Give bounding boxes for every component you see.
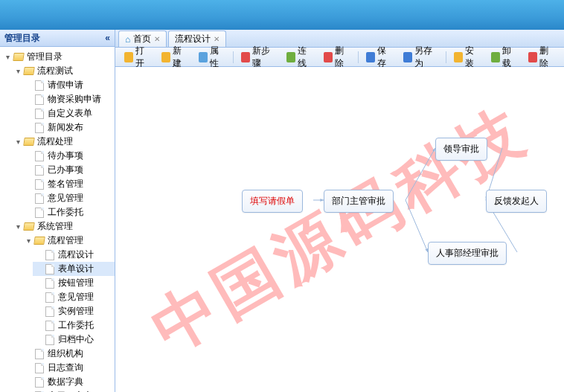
- flow-node[interactable]: 部门主管审批: [324, 190, 394, 213]
- tree-folder[interactable]: ▾系统管理: [12, 219, 115, 234]
- folder-open-icon: [13, 51, 25, 63]
- file-icon: [33, 179, 45, 190]
- watermark: 中国源码科技: [136, 87, 543, 372]
- file-icon: [44, 277, 56, 289]
- flow-canvas[interactable]: 中国源码科技 填写请假单部门主管审批领导审批人事部经理审批反馈发起人: [115, 67, 564, 392]
- collapse-toggle-icon[interactable]: ▾: [13, 67, 22, 75]
- tree-leaf[interactable]: 已办事项: [22, 163, 115, 177]
- tree-label: 工作委托: [58, 319, 94, 332]
- install-icon: [454, 52, 463, 62]
- tree-leaf[interactable]: 表单设计: [33, 262, 115, 276]
- tree-label: 流程处理: [37, 135, 73, 148]
- file-icon: [33, 164, 45, 176]
- tree-folder[interactable]: ▾流程测试: [12, 64, 115, 78]
- tree-label: 组织机构: [48, 347, 83, 360]
- collapse-toggle-icon[interactable]: ▾: [3, 53, 12, 61]
- tree-leaf[interactable]: 工作委托: [22, 205, 115, 219]
- file-icon: [33, 376, 45, 388]
- separator: [446, 51, 446, 63]
- tree-leaf[interactable]: 自定义表单: [22, 106, 115, 121]
- separator: [233, 51, 234, 63]
- button-label: 连线: [298, 45, 313, 70]
- toolbar: 打开新建属性新步骤连线删除保存另存为安装卸载删除: [115, 48, 564, 67]
- tree-leaf[interactable]: 流程设计: [33, 248, 115, 262]
- flow-node[interactable]: 领导审批: [435, 138, 487, 161]
- tree: ▾管理目录▾流程测试请假申请物资采购申请自定义表单新闻发布▾流程处理待办事项已办…: [0, 47, 115, 392]
- tree-leaf[interactable]: 签名管理: [22, 177, 115, 191]
- uninstall-icon: [491, 52, 500, 62]
- button-label: 保存: [377, 45, 393, 70]
- open-icon: [124, 52, 133, 62]
- tree-folder[interactable]: ▾流程管理: [22, 234, 115, 248]
- file-icon: [33, 80, 45, 91]
- tree-leaf[interactable]: 待办事项: [22, 149, 115, 163]
- folder-open-icon: [23, 136, 35, 148]
- tree-leaf[interactable]: 日志查询: [22, 361, 115, 375]
- tree-leaf[interactable]: 按钮管理: [33, 276, 115, 290]
- tree-leaf[interactable]: 组织机构: [22, 347, 115, 361]
- tree-label: 意见管理: [48, 192, 83, 205]
- file-icon: [33, 362, 45, 374]
- new-icon: [161, 52, 170, 62]
- window-title-bar: [0, 0, 564, 30]
- tree-leaf[interactable]: 实例管理: [33, 304, 115, 318]
- button-label: 安装: [465, 45, 481, 70]
- collapse-toggle-icon[interactable]: ▾: [24, 237, 33, 245]
- separator: [358, 51, 359, 63]
- saveas-icon: [403, 52, 412, 62]
- collapse-icon[interactable]: «: [105, 33, 110, 43]
- button-label: 属性: [210, 45, 225, 70]
- flow-edge: [406, 200, 428, 252]
- folder-open-icon: [33, 235, 45, 247]
- tree-label: 日志查询: [48, 362, 83, 374]
- file-icon: [44, 334, 56, 346]
- file-icon: [33, 108, 45, 120]
- tree-leaf[interactable]: 意见管理: [22, 191, 115, 205]
- tree-leaf[interactable]: 意见管理: [33, 290, 115, 304]
- tree-label: 已办事项: [48, 164, 83, 176]
- file-icon: [33, 94, 45, 106]
- tree-leaf[interactable]: 工作委托: [33, 318, 115, 332]
- tree-leaf[interactable]: 归档中心: [33, 332, 115, 347]
- tree-label: 数据字典: [48, 376, 83, 388]
- collapse-toggle-icon[interactable]: ▾: [13, 222, 22, 231]
- file-icon: [33, 122, 45, 134]
- button-label: 新建: [173, 45, 188, 70]
- sidebar-title: 管理目录: [4, 32, 40, 45]
- tree-folder[interactable]: ▾流程处理: [12, 135, 115, 149]
- tree-label: 新闻发布: [48, 121, 83, 134]
- button-label: 新步骤: [252, 45, 275, 70]
- tree-label: 管理目录: [27, 51, 63, 63]
- tree-folder[interactable]: ▾管理目录: [1, 50, 115, 64]
- tree-leaf[interactable]: 数据字典: [22, 375, 115, 389]
- tree-label: 实例管理: [58, 305, 94, 318]
- sidebar-header: 管理目录 «: [0, 30, 115, 47]
- tree-label: 物资采购申请: [48, 93, 101, 106]
- tree-leaf[interactable]: 应用程序库: [22, 389, 115, 392]
- file-icon: [33, 207, 45, 219]
- button-label: 卸载: [502, 45, 518, 70]
- button-label: 删除: [539, 45, 555, 70]
- tree-label: 系统管理: [37, 220, 73, 233]
- flow-node[interactable]: 填写请假单: [242, 190, 303, 213]
- tree-leaf[interactable]: 请假申请: [22, 78, 115, 92]
- tree-leaf[interactable]: 新闻发布: [22, 121, 115, 135]
- file-icon: [44, 249, 56, 261]
- connect-icon: [286, 52, 295, 62]
- button-label: 打开: [135, 45, 151, 70]
- flow-node[interactable]: 反馈发起人: [486, 190, 547, 213]
- delete-icon: [324, 52, 333, 62]
- flow-node[interactable]: 人事部经理审批: [428, 242, 507, 265]
- collapse-toggle-icon[interactable]: ▾: [13, 138, 22, 146]
- file-icon: [44, 320, 56, 332]
- tree-label: 流程管理: [48, 234, 83, 247]
- tree-leaf[interactable]: 物资采购申请: [22, 92, 115, 106]
- file-icon: [44, 292, 56, 303]
- content-area: ⌂首页✕流程设计✕ 打开新建属性新步骤连线删除保存另存为安装卸载删除 中国源码科…: [115, 30, 564, 392]
- tree-label: 意见管理: [58, 291, 94, 303]
- folder-open-icon: [23, 65, 35, 77]
- button-label: 另存为: [414, 45, 438, 70]
- remove-icon: [528, 52, 537, 62]
- file-icon: [44, 306, 56, 318]
- tree-label: 工作委托: [48, 206, 83, 219]
